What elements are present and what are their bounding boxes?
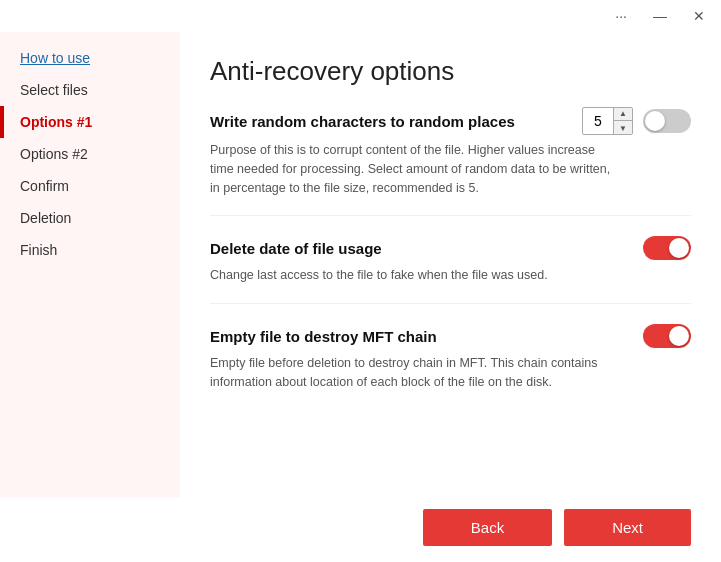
spinner-input[interactable] bbox=[583, 113, 613, 129]
option-write-random-header: Write random characters to random places… bbox=[210, 107, 691, 135]
option-empty-mft-title: Empty file to destroy MFT chain bbox=[210, 328, 437, 345]
option-write-random-controls: ▲ ▼ bbox=[582, 107, 691, 135]
empty-mft-toggle-track[interactable] bbox=[643, 324, 691, 348]
spinner-up-button[interactable]: ▲ bbox=[614, 107, 632, 121]
write-random-toggle-thumb bbox=[645, 111, 665, 131]
title-bar: ··· — ✕ bbox=[0, 0, 721, 32]
option-delete-date: Delete date of file usage Change last ac… bbox=[210, 236, 691, 304]
spinner-down-button[interactable]: ▼ bbox=[614, 121, 632, 135]
sidebar-item-select-files[interactable]: Select files bbox=[0, 74, 180, 106]
empty-mft-toggle[interactable] bbox=[643, 324, 691, 348]
next-button[interactable]: Next bbox=[564, 509, 691, 546]
option-empty-mft-header: Empty file to destroy MFT chain bbox=[210, 324, 691, 348]
option-delete-date-title: Delete date of file usage bbox=[210, 240, 382, 257]
sidebar-item-finish[interactable]: Finish bbox=[0, 234, 180, 266]
footer: Back Next bbox=[0, 497, 721, 562]
option-delete-date-header: Delete date of file usage bbox=[210, 236, 691, 260]
sidebar-item-deletion[interactable]: Deletion bbox=[0, 202, 180, 234]
option-empty-mft-desc: Empty file before deletion to destroy ch… bbox=[210, 354, 619, 392]
option-write-random-title: Write random characters to random places bbox=[210, 113, 515, 130]
close-button[interactable]: ✕ bbox=[687, 6, 711, 26]
write-random-toggle[interactable] bbox=[643, 109, 691, 133]
empty-mft-toggle-thumb bbox=[669, 326, 689, 346]
spinner-buttons: ▲ ▼ bbox=[613, 107, 632, 135]
option-empty-mft: Empty file to destroy MFT chain Empty fi… bbox=[210, 324, 691, 410]
main-layout: How to use Select files Options #1 Optio… bbox=[0, 32, 721, 497]
delete-date-toggle-thumb bbox=[669, 238, 689, 258]
sidebar-item-how-to-use[interactable]: How to use bbox=[0, 42, 180, 74]
more-button[interactable]: ··· bbox=[609, 6, 633, 26]
page-title: Anti-recovery options bbox=[210, 56, 691, 87]
minimize-button[interactable]: — bbox=[647, 6, 673, 26]
sidebar-item-options-2[interactable]: Options #2 bbox=[0, 138, 180, 170]
sidebar-item-options-1[interactable]: Options #1 bbox=[0, 106, 180, 138]
sidebar-item-confirm[interactable]: Confirm bbox=[0, 170, 180, 202]
how-to-use-link[interactable]: How to use bbox=[20, 50, 90, 66]
delete-date-toggle[interactable] bbox=[643, 236, 691, 260]
random-percent-spinner[interactable]: ▲ ▼ bbox=[582, 107, 633, 135]
option-write-random-desc: Purpose of this is to corrupt content of… bbox=[210, 141, 619, 197]
option-delete-date-desc: Change last access to the file to fake w… bbox=[210, 266, 619, 285]
back-button[interactable]: Back bbox=[423, 509, 552, 546]
content-area: Anti-recovery options Write random chara… bbox=[180, 32, 721, 497]
option-write-random: Write random characters to random places… bbox=[210, 107, 691, 216]
sidebar: How to use Select files Options #1 Optio… bbox=[0, 32, 180, 497]
delete-date-toggle-track[interactable] bbox=[643, 236, 691, 260]
write-random-toggle-track[interactable] bbox=[643, 109, 691, 133]
